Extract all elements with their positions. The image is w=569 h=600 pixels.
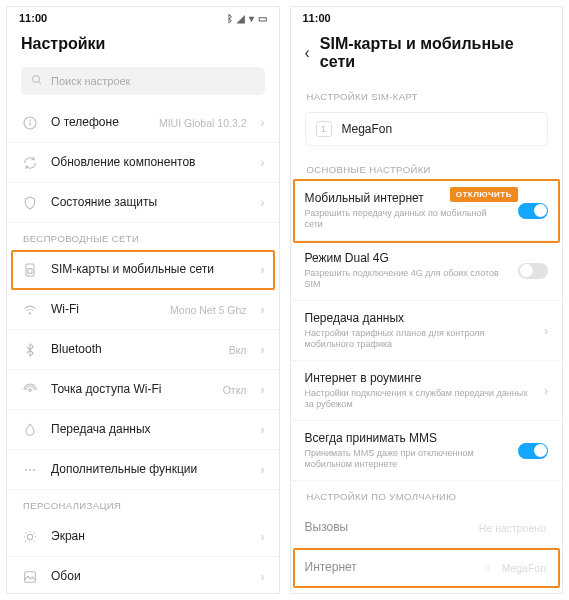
statusbar-time: 11:00	[19, 12, 47, 24]
shield-icon	[21, 194, 39, 212]
sim-settings-screen-right: 11:00 ‹ SIM-карты и мобильные сети НАСТР…	[290, 6, 564, 594]
row-wifi[interactable]: Wi-Fi Mono Net 5 Ghz ›	[7, 290, 279, 330]
row-label: Интернет в роуминге	[305, 371, 533, 387]
info-icon	[21, 114, 39, 132]
bluetooth-icon	[21, 341, 39, 359]
row-display[interactable]: Экран ›	[7, 517, 279, 557]
sim-carrier: MegaFon	[342, 122, 393, 136]
svg-point-0	[33, 76, 40, 83]
hotspot-icon	[21, 381, 39, 399]
sim-card-button[interactable]: 1 MegaFon	[305, 112, 549, 146]
row-value: Вкл	[229, 344, 247, 356]
dual-4g-toggle[interactable]	[518, 263, 548, 279]
mobile-data-toggle[interactable]	[518, 203, 548, 219]
row-value: MegaFon	[502, 562, 546, 574]
row-label: Состояние защиты	[51, 195, 249, 211]
row-value: MIUI Global 10.3.2	[159, 117, 247, 129]
row-dual-4g[interactable]: Режим Dual 4G Разрешить подключение 4G д…	[291, 241, 563, 301]
svg-point-7	[29, 312, 30, 313]
search-input[interactable]: Поиск настроек	[21, 67, 265, 95]
settings-screen-left: 11:00 ᛒ ◢ ▾ ▭ Настройки Поиск настроек О…	[6, 6, 280, 594]
svg-rect-13	[25, 572, 36, 583]
bluetooth-icon: ᛒ	[227, 13, 233, 24]
wallpaper-icon	[21, 568, 39, 586]
row-label: Bluetooth	[51, 342, 217, 358]
chevron-right-icon: ›	[544, 324, 548, 338]
row-hotspot[interactable]: Точка доступа Wi-Fi Откл ›	[7, 370, 279, 410]
row-label: Точка доступа Wi-Fi	[51, 382, 211, 398]
row-roaming[interactable]: Интернет в роуминге Настройки подключени…	[291, 361, 563, 421]
sim-settings-list: НАСТРОЙКИ SIM-КАРТ 1 MegaFon ОСНОВНЫЕ НА…	[291, 81, 563, 593]
row-wallpaper[interactable]: Обои ›	[7, 557, 279, 593]
section-sim-settings: НАСТРОЙКИ SIM-КАРТ	[291, 81, 563, 108]
sim-number: 1	[316, 121, 332, 137]
svg-point-10	[29, 468, 31, 470]
disable-badge: ОТКЛЮЧИТЬ	[450, 187, 518, 202]
row-label: Wi-Fi	[51, 302, 158, 318]
row-label: Всегда принимать MMS	[305, 431, 507, 447]
row-label: Дополнительные функции	[51, 462, 249, 478]
statusbar-time: 11:00	[303, 12, 331, 24]
row-update-components[interactable]: Обновление компонентов ›	[7, 143, 279, 183]
section-main-settings: ОСНОВНЫЕ НАСТРОЙКИ	[291, 154, 563, 181]
row-bluetooth[interactable]: Bluetooth Вкл ›	[7, 330, 279, 370]
row-sim-cards[interactable]: SIM-карты и мобильные сети ›	[7, 250, 279, 290]
sim-icon	[21, 261, 39, 279]
wifi-icon: ▾	[249, 13, 254, 24]
section-defaults: НАСТРОЙКИ ПО УМОЛЧАНИЮ	[291, 481, 563, 508]
back-icon[interactable]: ‹	[305, 44, 310, 62]
row-label: О телефоне	[51, 115, 147, 131]
row-label: Передача данных	[305, 311, 533, 327]
statusbar-icons: ᛒ ◢ ▾ ▭	[227, 13, 267, 24]
chevron-right-icon: ›	[261, 343, 265, 357]
row-label: Обновление компонентов	[51, 155, 249, 171]
row-label: Экран	[51, 529, 249, 545]
settings-list: О телефоне MIUI Global 10.3.2 › Обновлен…	[7, 103, 279, 593]
row-data-usage[interactable]: Передача данных ›	[7, 410, 279, 450]
row-sublabel: Разрешить подключение 4G для обоих слото…	[305, 268, 507, 291]
row-sublabel: Принимать MMS даже при отключенном мобил…	[305, 448, 507, 471]
display-icon	[21, 528, 39, 546]
page-header: Настройки	[7, 29, 279, 63]
svg-rect-5	[26, 264, 34, 276]
section-wireless: БЕСПРОВОДНЫЕ СЕТИ	[7, 223, 279, 250]
chevron-right-icon: ›	[261, 116, 265, 130]
chevron-right-icon: ›	[261, 263, 265, 277]
more-icon	[21, 461, 39, 479]
row-about-phone[interactable]: О телефоне MIUI Global 10.3.2 ›	[7, 103, 279, 143]
chevron-right-icon: ›	[261, 530, 265, 544]
chevron-right-icon: ›	[261, 383, 265, 397]
row-sublabel: Разрешить передачу данных по мобильной с…	[305, 208, 507, 231]
row-label: Режим Dual 4G	[305, 251, 507, 267]
svg-rect-6	[28, 268, 32, 273]
row-security-state[interactable]: Состояние защиты ›	[7, 183, 279, 223]
search-placeholder: Поиск настроек	[51, 75, 130, 87]
chevron-right-icon: ›	[261, 423, 265, 437]
row-value: Не настроено	[479, 522, 546, 534]
sim-small-icon: ▯	[485, 563, 490, 573]
row-value: Откл	[223, 384, 247, 396]
wifi-icon	[21, 301, 39, 319]
row-always-mms[interactable]: Всегда принимать MMS Принимать MMS даже …	[291, 421, 563, 481]
row-label: Вызовы	[305, 520, 467, 536]
row-default-calls[interactable]: Вызовы Не настроено	[291, 508, 563, 548]
chevron-right-icon: ›	[261, 303, 265, 317]
battery-icon: ▭	[258, 13, 267, 24]
row-sublabel: Настройки подключения к службам передачи…	[305, 388, 533, 411]
row-mobile-data[interactable]: Мобильный интернет Разрешить передачу да…	[291, 181, 563, 241]
row-more-features[interactable]: Дополнительные функции ›	[7, 450, 279, 490]
page-header: ‹ SIM-карты и мобильные сети	[291, 29, 563, 81]
row-default-internet[interactable]: Интернет ▯ MegaFon	[291, 548, 563, 588]
row-label: Интернет	[305, 560, 473, 576]
svg-point-12	[27, 534, 32, 539]
refresh-icon	[21, 154, 39, 172]
svg-point-4	[30, 120, 31, 121]
row-data-transfer[interactable]: Передача данных Настройки тарифных плано…	[291, 301, 563, 361]
statusbar: 11:00 ᛒ ◢ ▾ ▭	[7, 7, 279, 29]
droplet-icon	[21, 421, 39, 439]
mms-toggle[interactable]	[518, 443, 548, 459]
chevron-right-icon: ›	[544, 384, 548, 398]
chevron-right-icon: ›	[261, 463, 265, 477]
section-personalization: ПЕРСОНАЛИЗАЦИЯ	[7, 490, 279, 517]
row-value: Mono Net 5 Ghz	[170, 304, 246, 316]
